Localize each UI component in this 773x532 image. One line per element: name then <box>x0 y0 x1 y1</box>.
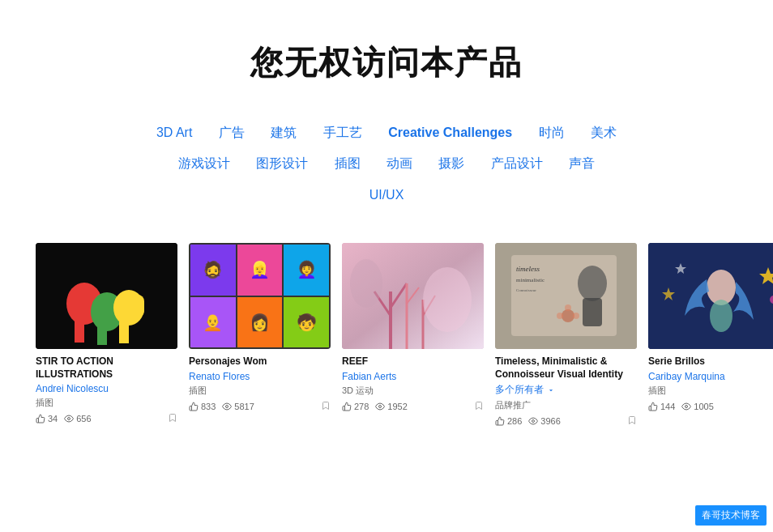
svg-point-34 <box>532 420 535 423</box>
card-3-bookmark[interactable] <box>474 401 484 412</box>
svg-point-39 <box>685 405 688 407</box>
svg-text:minimalistic: minimalistic <box>516 277 545 283</box>
nav-art[interactable]: 美术 <box>591 126 617 139</box>
svg-point-37 <box>710 300 732 332</box>
nav-uiux[interactable]: UI/UX <box>369 188 404 202</box>
card-2-tag: 插图 <box>189 385 331 397</box>
card-1-bookmark[interactable] <box>168 413 177 424</box>
svg-rect-29 <box>583 298 602 326</box>
svg-text:Connoisseur: Connoisseur <box>516 288 536 292</box>
card-1[interactable]: STIR TO ACTION ILLUSTRATIONS Andrei Nico… <box>36 243 177 427</box>
card-1-views: 656 <box>64 414 91 423</box>
nav-animation[interactable]: 动画 <box>386 156 412 170</box>
card-4-image: timeless minimalistic Connoisseur <box>495 243 637 349</box>
card-4-stats: 286 3966 <box>495 415 637 427</box>
svg-point-33 <box>573 313 579 319</box>
nav-architecture[interactable]: 建筑 <box>271 126 297 139</box>
svg-point-20 <box>423 267 472 332</box>
comic-cell-4: 🧑‍🦲 <box>190 297 236 348</box>
watermark: 春哥技术博客 <box>695 505 767 526</box>
category-nav: 3D Art 广告 建筑 手工艺 Creative Challenges 时尚 … <box>0 117 773 227</box>
comic-cell-6: 🧒 <box>284 297 329 348</box>
nav-creative-challenges[interactable]: Creative Challenges <box>388 126 512 139</box>
card-5-stats: 144 1005 <box>648 401 773 412</box>
card-3-image <box>342 243 484 349</box>
card-2-stats: 833 5817 <box>189 401 331 412</box>
nav-product-design[interactable]: 产品设计 <box>491 156 543 170</box>
card-2-bookmark[interactable] <box>321 401 331 412</box>
nav-illustration[interactable]: 插图 <box>335 156 361 170</box>
svg-rect-8 <box>97 321 107 345</box>
card-3-author[interactable]: Fabian Aerts <box>342 371 396 382</box>
svg-rect-9 <box>119 317 129 343</box>
card-3-tag: 3D 运动 <box>342 385 484 397</box>
nav-craft[interactable]: 手工艺 <box>323 126 362 139</box>
svg-point-31 <box>565 304 571 311</box>
svg-rect-6 <box>115 295 144 317</box>
svg-text:timeless: timeless <box>516 265 540 273</box>
card-3-stats: 278 1952 <box>342 401 484 412</box>
card-4-tag: 品牌推广 <box>495 399 637 411</box>
card-4[interactable]: timeless minimalistic Connoisseur Timele… <box>495 243 637 427</box>
svg-point-30 <box>562 309 574 322</box>
card-5-title: Serie Brillos <box>648 355 773 368</box>
card-5-tag: 插图 <box>648 385 773 397</box>
card-4-author[interactable]: 多个所有者 <box>495 383 555 397</box>
comic-cell-3: 👩‍🦱 <box>284 245 329 296</box>
svg-point-10 <box>68 418 70 420</box>
svg-point-28 <box>578 266 607 301</box>
nav-photography[interactable]: 摄影 <box>438 156 464 170</box>
card-5-author[interactable]: Caribay Marquina <box>648 371 725 382</box>
card-3[interactable]: REEF Fabian Aerts 3D 运动 278 1952 <box>342 243 484 427</box>
card-2[interactable]: 🧔 👱‍♀️ 👩‍🦱 🧑‍🦲 👩 🧒 Personajes Wom Renato… <box>189 243 331 427</box>
card-1-tag: 插图 <box>36 397 177 409</box>
svg-rect-7 <box>75 314 84 343</box>
card-5-image <box>648 243 773 349</box>
card-2-author[interactable]: Renato Flores <box>189 371 250 382</box>
card-4-views: 3966 <box>528 416 560 426</box>
cards-section: STIR TO ACTION ILLUSTRATIONS Andrei Nico… <box>0 227 773 451</box>
card-2-image: 🧔 👱‍♀️ 👩‍🦱 🧑‍🦲 👩 🧒 <box>189 243 331 349</box>
card-3-likes: 278 <box>342 402 369 411</box>
card-2-views: 5817 <box>222 402 254 411</box>
svg-point-32 <box>557 313 563 319</box>
card-3-views: 1952 <box>375 402 407 411</box>
card-2-likes: 833 <box>189 402 216 411</box>
error-title: 您无权访问本产品 <box>0 0 773 117</box>
svg-point-11 <box>226 405 228 407</box>
card-3-title: REEF <box>342 355 484 368</box>
comic-cell-5: 👩 <box>237 297 283 348</box>
svg-point-21 <box>350 259 382 308</box>
card-1-image <box>36 243 177 349</box>
nav-game-design[interactable]: 游戏设计 <box>178 156 230 170</box>
card-5-views: 1005 <box>681 402 713 411</box>
card-5-likes: 144 <box>648 402 675 411</box>
comic-cell-1: 🧔 <box>190 245 236 296</box>
card-1-likes: 34 <box>36 414 58 423</box>
card-1-stats: 34 656 <box>36 413 177 424</box>
card-2-title: Personajes Wom <box>189 355 331 368</box>
card-5[interactable]: Serie Brillos Caribay Marquina 插图 144 10… <box>648 243 773 427</box>
svg-point-22 <box>379 405 382 407</box>
card-4-likes: 286 <box>495 416 522 426</box>
nav-sound[interactable]: 声音 <box>569 156 595 170</box>
nav-fashion[interactable]: 时尚 <box>539 126 565 139</box>
nav-graphic-design[interactable]: 图形设计 <box>256 156 308 170</box>
comic-cell-2: 👱‍♀️ <box>237 245 283 296</box>
card-4-bookmark[interactable] <box>627 415 637 427</box>
card-1-author[interactable]: Andrei Nicolescu <box>36 383 109 394</box>
card-4-title: Timeless, Minimalistic & Connoisseur Vis… <box>495 355 637 381</box>
dropdown-icon <box>547 386 555 394</box>
nav-ad[interactable]: 广告 <box>219 126 245 139</box>
card-1-title: STIR TO ACTION ILLUSTRATIONS <box>36 355 177 381</box>
nav-3dart[interactable]: 3D Art <box>156 126 192 139</box>
